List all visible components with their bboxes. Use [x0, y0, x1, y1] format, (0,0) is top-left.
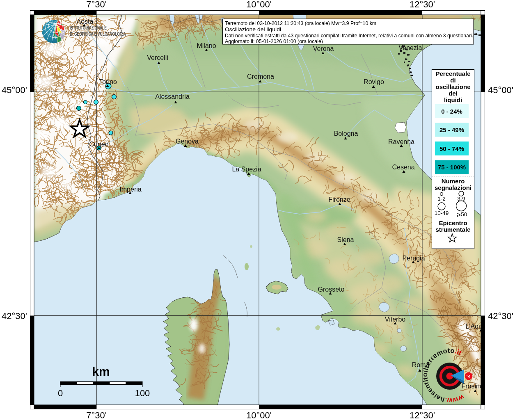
svg-text:Bologna: Bologna [334, 130, 358, 137]
svg-text:10°00': 10°00' [246, 410, 272, 420]
svg-text:Aggiornato il: 05-01-2026 01:0: Aggiornato il: 05-01-2026 01:00 (ora loc… [225, 38, 323, 44]
svg-text:1-2: 1-2 [437, 196, 446, 202]
svg-text:Firenze: Firenze [328, 196, 350, 203]
svg-text:10-49: 10-49 [435, 210, 449, 216]
svg-text:Perugia: Perugia [402, 255, 425, 262]
svg-text:50 - 74%: 50 - 74% [439, 145, 464, 152]
svg-text:Dati non verificati estratti d: Dati non verificati estratti da 43 quest… [225, 32, 473, 39]
svg-text:⩾50: ⩾50 [456, 211, 467, 217]
svg-text:12°30': 12°30' [410, 0, 435, 9]
svg-text:42°30': 42°30' [2, 311, 27, 321]
svg-text:10°00': 10°00' [246, 0, 272, 9]
svg-text:Cesena: Cesena [392, 164, 414, 171]
svg-text:100: 100 [135, 388, 150, 398]
svg-text:Percentuale: Percentuale [435, 70, 470, 77]
svg-text:Ravenna: Ravenna [388, 138, 414, 145]
svg-text:45°00': 45°00' [2, 85, 27, 95]
svg-text:Terremoto del 03-10-2012 11:20: Terremoto del 03-10-2012 11:20:43 (ora l… [225, 20, 376, 26]
svg-text:Grosseto: Grosseto [318, 286, 345, 293]
svg-text:oscillazione: oscillazione [435, 83, 470, 90]
svg-text:L’Aquila: L’Aquila [466, 323, 489, 330]
svg-text:Imperia: Imperia [119, 186, 141, 193]
svg-text:Cremona: Cremona [247, 73, 274, 80]
svg-text:Viterbo: Viterbo [385, 316, 406, 323]
svg-text:Oscillazione dei liquidi: Oscillazione dei liquidi [225, 26, 281, 32]
svg-text:Milano: Milano [197, 42, 216, 49]
svg-text:Siena: Siena [337, 236, 354, 243]
svg-text:dei: dei [449, 90, 458, 97]
svg-text:42°30': 42°30' [488, 311, 513, 321]
svg-text:Torino: Torino [99, 78, 117, 85]
svg-text:Vercelli: Vercelli [147, 54, 168, 61]
svg-text:25 - 49%: 25 - 49% [439, 126, 464, 133]
svg-text:liquidi: liquidi [444, 96, 462, 103]
svg-text:Alessandria: Alessandria [155, 93, 190, 100]
svg-text:Rovigo: Rovigo [364, 78, 384, 85]
svg-text:0: 0 [58, 388, 63, 398]
svg-text:km: km [92, 365, 110, 378]
svg-text:3-9: 3-9 [457, 196, 465, 202]
svg-text:strumentale: strumentale [435, 226, 470, 233]
svg-text:Epicentro: Epicentro [439, 219, 467, 226]
svg-text:45°00': 45°00' [488, 85, 513, 95]
svg-text:0 - 24%: 0 - 24% [441, 108, 462, 115]
svg-text:7°30': 7°30' [86, 0, 107, 9]
svg-text:Verona: Verona [313, 45, 334, 52]
svg-text:12°30': 12°30' [410, 410, 435, 420]
svg-text:Frosinone: Frosinone [461, 383, 490, 390]
svg-text:Cuneo: Cuneo [89, 141, 108, 148]
svg-text:segnalazioni: segnalazioni [435, 184, 472, 191]
svg-text:Genova: Genova [176, 138, 199, 145]
svg-text:Numero: Numero [442, 178, 465, 185]
svg-text:75 - 100%: 75 - 100% [438, 164, 466, 171]
svg-text:DI GEOFISICA E VULCANOLOGIA: DI GEOFISICA E VULCANOLOGIA [70, 31, 126, 37]
svg-text:Aosta: Aosta [77, 18, 94, 25]
svg-text:di: di [450, 77, 455, 84]
svg-text:ISTITUTO NAZIONALE: ISTITUTO NAZIONALE [70, 25, 107, 31]
svg-text:La Spezia: La Spezia [232, 166, 261, 173]
svg-text:7°30': 7°30' [86, 410, 107, 420]
svg-text:Venezia: Venezia [399, 44, 422, 51]
